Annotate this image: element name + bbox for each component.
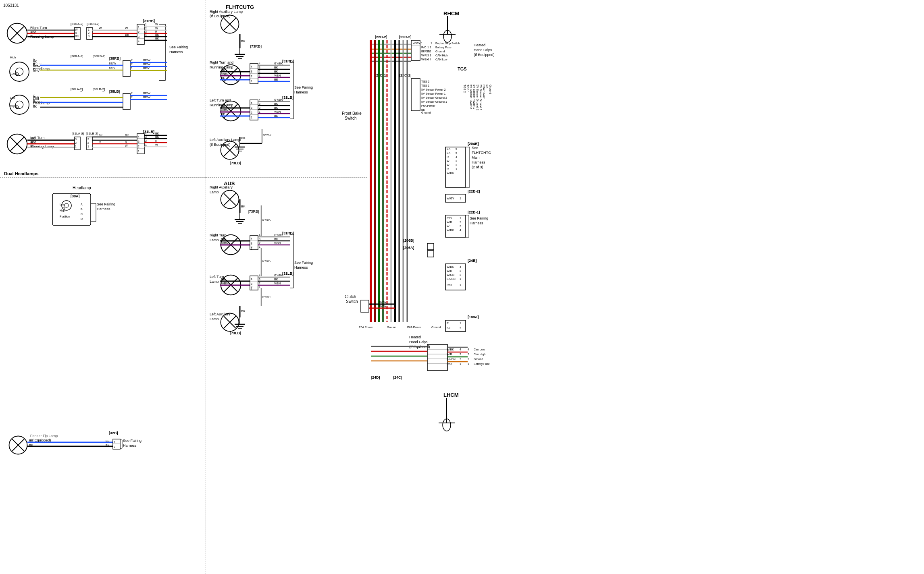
svg-text:BE: BE [274, 78, 278, 81]
svg-text:Harness: Harness [470, 221, 483, 225]
svg-text:1: 1 [259, 74, 260, 77]
svg-text:W/GN: W/GN [447, 274, 454, 276]
svg-text:BK: BK [106, 444, 110, 447]
svg-text:3: 3 [138, 140, 139, 143]
svg-text:1: 1 [456, 168, 457, 170]
svg-text:BK: BK [75, 35, 79, 37]
svg-text:BE/W: BE/W [109, 62, 116, 65]
svg-text:R/O: R/O [447, 284, 452, 286]
svg-text:1: 1 [75, 145, 77, 148]
svg-rect-403 [411, 79, 420, 111]
svg-text:4: 4 [251, 237, 252, 240]
svg-text:2: 2 [88, 31, 89, 34]
svg-text:BE/W: BE/W [143, 63, 150, 66]
svg-text:Lamp: Lamp [210, 280, 219, 284]
svg-text:BE/W: BE/W [33, 65, 40, 68]
svg-text:BK: BK [241, 39, 246, 43]
svg-text:[189A]: [189A] [468, 315, 479, 319]
svg-text:Can Low: Can Low [474, 348, 485, 351]
svg-text:W/GY: W/GY [447, 197, 454, 200]
svg-text:3: 3 [75, 138, 77, 141]
svg-text:See Fairing: See Fairing [123, 439, 142, 443]
svg-text:V/BN: V/BN [274, 110, 281, 113]
svg-text:3 3: 3 3 [427, 54, 431, 57]
svg-text:1: 1 [251, 288, 252, 290]
svg-text:See Fairing: See Fairing [294, 85, 313, 89]
svg-text:1: 1 [259, 110, 260, 113]
svg-text:Fender Tip Lamp: Fender Tip Lamp [30, 434, 58, 438]
svg-text:BE/Y: BE/Y [143, 67, 150, 70]
svg-text:(If Equipped): (If Equipped) [30, 438, 51, 442]
svg-text:V/BN: V/BN [274, 282, 281, 285]
svg-text:R: R [31, 141, 33, 144]
svg-text:P6A Power: P6A Power [421, 104, 435, 107]
svg-text:BK: BK [31, 137, 35, 140]
svg-text:CAN High: CAN High [435, 54, 448, 57]
svg-text:BE/Y: BE/Y [33, 70, 40, 73]
svg-text:2: 2 [138, 145, 139, 148]
svg-text:5V Sensor Ground 2: 5V Sensor Ground 2 [476, 85, 479, 110]
svg-text:BK: BK [155, 132, 159, 135]
svg-text:Right Turn: Right Turn [30, 26, 47, 30]
svg-text:2: 2 [259, 106, 260, 109]
svg-text:LHCM: LHCM [443, 392, 459, 398]
svg-text:BK: BK [241, 136, 246, 140]
svg-text:2: 2 [460, 274, 461, 276]
svg-text:A: A [81, 203, 83, 206]
svg-text:2: 2 [456, 164, 457, 166]
svg-text:Dual Headlamps: Dual Headlamps [4, 171, 39, 176]
svg-text:BE: BE [274, 114, 278, 117]
svg-text:4: 4 [259, 62, 260, 65]
svg-text:BK: BK [155, 33, 159, 36]
svg-text:See Fairing: See Fairing [470, 216, 488, 220]
svg-text:Hand Grips: Hand Grips [474, 48, 492, 52]
svg-text:2: 2 [131, 59, 133, 62]
svg-text:6: 6 [456, 147, 457, 150]
svg-text:V/BN: V/BN [274, 74, 281, 77]
svg-text:BK: BK [274, 238, 278, 240]
svg-rect-534 [427, 344, 447, 371]
svg-text:TGS 1: TGS 1 [466, 85, 469, 93]
svg-text:2: 2 [131, 92, 133, 95]
svg-text:1: 1 [251, 247, 252, 250]
svg-text:[206A]: [206A] [403, 246, 414, 250]
svg-text:Headlamp: Headlamp [73, 186, 91, 190]
svg-text:Ground: Ground [474, 358, 483, 361]
svg-text:4: 4 [138, 135, 139, 138]
svg-text:4: 4 [468, 348, 469, 351]
svg-text:Harness: Harness [294, 90, 308, 94]
svg-text:W/BK: W/BK [447, 265, 454, 268]
svg-text:4: 4 [456, 155, 457, 158]
svg-text:2: 2 [468, 358, 469, 361]
svg-text:(2 of 3): (2 of 3) [472, 165, 483, 169]
svg-text:B: B [81, 208, 83, 211]
svg-text:2: 2 [259, 242, 260, 245]
svg-text:BK: BK [125, 33, 129, 37]
svg-text:5V Sensor Ground 1: 5V Sensor Ground 1 [479, 85, 482, 110]
svg-text:1: 1 [468, 363, 469, 365]
svg-text:High: High [10, 56, 16, 59]
svg-text:Low: Low [60, 203, 65, 206]
svg-text:[32B]: [32B] [109, 431, 118, 435]
svg-text:Right Auxiliary Lamp: Right Auxiliary Lamp [210, 10, 243, 14]
svg-text:Heated: Heated [474, 43, 485, 47]
svg-text:Low: Low [10, 72, 16, 75]
svg-text:1: 1 [145, 143, 147, 146]
svg-text:→: → [102, 90, 105, 93]
svg-text:Right Auxiliary: Right Auxiliary [210, 185, 233, 189]
svg-text:3: 3 [468, 353, 469, 356]
svg-text:2: 2 [145, 139, 147, 142]
svg-text:TGS 1: TGS 1 [421, 84, 429, 87]
svg-text:2: 2 [259, 70, 260, 73]
svg-text:[31RA-2]: [31RA-2] [71, 22, 83, 26]
svg-text:5V Sensor Power 1: 5V Sensor Power 1 [473, 85, 476, 109]
svg-text:Ground: Ground [421, 111, 431, 114]
svg-text:[38RA-2]: [38RA-2] [71, 54, 83, 58]
svg-text:5V Sensor Ground 1: 5V Sensor Ground 1 [421, 100, 447, 103]
svg-text:2: 2 [75, 141, 77, 144]
svg-text:5V Sensor Ground 2: 5V Sensor Ground 2 [421, 96, 447, 99]
svg-text:Battery Fuse: Battery Fuse [474, 363, 490, 366]
svg-text:4: 4 [251, 102, 252, 104]
svg-text:BK: BK [274, 102, 278, 105]
svg-text:BK: BK [33, 60, 37, 63]
